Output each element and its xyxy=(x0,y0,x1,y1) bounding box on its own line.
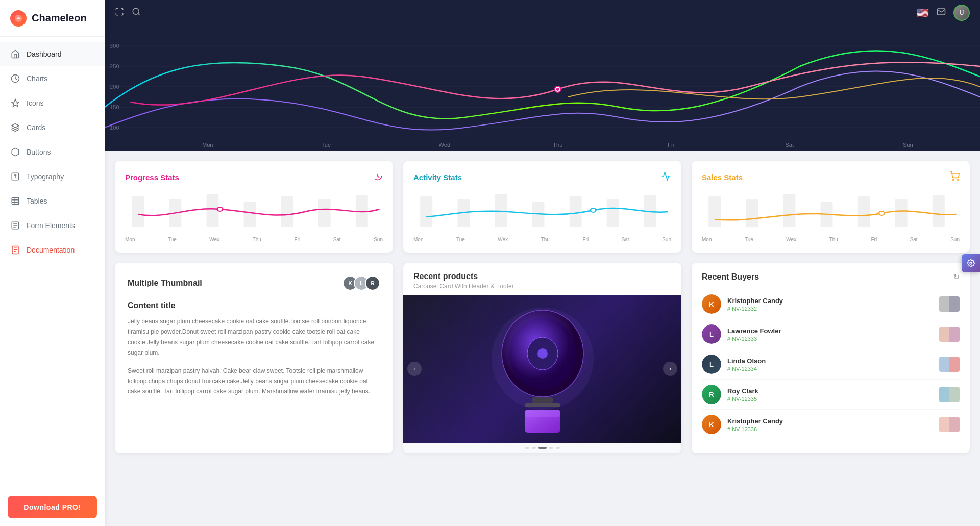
svg-point-58 xyxy=(537,348,548,359)
sidebar-item-typography[interactable]: Typography xyxy=(0,164,105,189)
sidebar-label-charts: Charts xyxy=(27,74,47,83)
progress-days: Mon Tue Wex Thu Fri Sat Sun xyxy=(125,237,383,242)
recent-buyers-card: Recent Buyers ↻ K Kristopher Candy #INV-… xyxy=(692,263,970,453)
svg-rect-59 xyxy=(532,397,553,403)
buyer-info-3: Linda Olson #INV-12334 xyxy=(727,357,939,372)
buyer-thumb-1 xyxy=(939,296,960,312)
app-name: Chameleon xyxy=(32,12,87,24)
refresh-icon[interactable]: ↻ xyxy=(953,272,960,282)
svg-text:Thu: Thu xyxy=(553,142,562,148)
sidebar-item-icons[interactable]: Icons xyxy=(0,91,105,115)
home-icon xyxy=(10,49,20,59)
sidebar-item-cards[interactable]: Cards xyxy=(0,115,105,140)
content-area: 300 250 200 150 100 Mon Tue Wed Thu Fri … xyxy=(105,26,980,526)
mail-icon[interactable] xyxy=(937,7,946,18)
user-avatar[interactable]: U xyxy=(953,5,970,21)
buyer-avatar-3: L xyxy=(702,355,721,374)
sidebar-item-tables[interactable]: Tables xyxy=(0,189,105,213)
form-icon xyxy=(10,220,20,231)
sales-days: Mon Tue Wex Thu Fri Sat Sun xyxy=(702,237,960,242)
buyer-avatar-4: R xyxy=(702,385,721,404)
buyer-name-3: Linda Olson xyxy=(727,357,939,365)
expand-icon[interactable] xyxy=(115,7,124,18)
sidebar: Chameleon Dashboard Charts xyxy=(0,0,105,526)
carousel-prev-button[interactable]: ‹ xyxy=(407,362,422,376)
sidebar-label-buttons: Buttons xyxy=(27,148,51,156)
sidebar-item-form-elements[interactable]: Form Elements xyxy=(0,213,105,238)
buyer-thumb-4 xyxy=(939,387,960,402)
svg-rect-41 xyxy=(607,199,619,227)
download-pro-button[interactable]: Download PRO! xyxy=(8,496,97,518)
bottom-grid: Multiple Thumbnail K L R Content title xyxy=(105,263,980,463)
svg-rect-33 xyxy=(318,199,331,227)
svg-text:300: 300 xyxy=(110,43,119,49)
activity-chart xyxy=(413,189,671,235)
svg-point-43 xyxy=(591,208,596,212)
sidebar-item-documentation[interactable]: Documentation xyxy=(0,238,105,262)
type-icon xyxy=(10,171,20,182)
carousel-dot-5[interactable] xyxy=(556,447,560,449)
sidebar-label-tables: Tables xyxy=(27,197,47,205)
carousel-next-button[interactable]: › xyxy=(663,362,677,376)
svg-rect-48 xyxy=(783,194,795,227)
flag-icon[interactable]: 🇺🇸 xyxy=(916,7,929,19)
buyer-thumb-3 xyxy=(939,357,960,372)
svg-rect-51 xyxy=(895,199,908,227)
sales-stats-header: Sales Stats xyxy=(702,171,960,184)
buyer-name-2: Lawrence Fowler xyxy=(727,327,939,335)
activity-stats-card: Activity Stats xyxy=(403,161,681,253)
sidebar-item-charts[interactable]: Charts xyxy=(0,66,105,91)
carousel-dot-4[interactable] xyxy=(549,447,553,449)
products-header: Recent products Carousel Card With Heade… xyxy=(403,263,681,295)
activity-stats-icon xyxy=(661,171,671,184)
svg-text:Fri: Fri xyxy=(668,142,674,148)
content-title: Content title xyxy=(128,301,380,310)
svg-rect-31 xyxy=(244,202,256,227)
products-subtitle: Carousel Card With Header & Footer xyxy=(413,283,671,290)
buyer-avatar-5: K xyxy=(702,415,721,434)
carousel-dot-2[interactable] xyxy=(532,447,536,449)
svg-point-53 xyxy=(879,211,885,215)
hero-chart: 300 250 200 150 100 Mon Tue Wed Thu Fri … xyxy=(105,26,980,151)
buyer-row-3: L Linda Olson #INV-12334 xyxy=(702,349,960,380)
buyer-inv-1: #INV-12332 xyxy=(727,306,939,312)
sidebar-label-form: Form Elements xyxy=(27,221,75,230)
buyers-title: Recent Buyers xyxy=(702,272,759,282)
main-content: 🇺🇸 U 300 250 200 xyxy=(105,0,980,526)
buyer-thumb-2 xyxy=(939,327,960,342)
progress-stats-card: Progress Stats xyxy=(115,161,393,253)
carousel-container: ‹ › xyxy=(403,295,681,443)
sidebar-bottom: Download PRO! xyxy=(0,488,105,526)
header: 🇺🇸 U xyxy=(105,0,980,26)
stats-grid: Progress Stats xyxy=(105,151,980,263)
sidebar-logo: Chameleon xyxy=(0,0,105,37)
table-icon xyxy=(10,196,20,206)
thumbnail-card: Multiple Thumbnail K L R Content title xyxy=(115,263,393,453)
activity-days: Mon Tue Wex Thu Fri Sat Sun xyxy=(413,237,671,242)
svg-point-26 xyxy=(556,88,559,91)
buyer-inv-5: #INV-12336 xyxy=(727,426,939,432)
svg-rect-46 xyxy=(708,196,721,227)
svg-rect-36 xyxy=(420,196,432,227)
svg-text:200: 200 xyxy=(110,84,119,90)
svg-point-63 xyxy=(970,262,972,264)
header-right: 🇺🇸 U xyxy=(916,5,970,21)
carousel-dot-1[interactable] xyxy=(525,447,529,449)
sidebar-item-dashboard[interactable]: Dashboard xyxy=(0,42,105,66)
svg-rect-60 xyxy=(525,403,560,407)
settings-fab[interactable] xyxy=(962,254,980,272)
svg-point-7 xyxy=(133,8,139,14)
carousel-image xyxy=(403,295,681,443)
recent-products-card: Recent products Carousel Card With Heade… xyxy=(403,263,681,453)
sidebar-item-buttons[interactable]: Buttons xyxy=(0,140,105,164)
buyer-thumb-5 xyxy=(939,417,960,432)
thumbnail-title: Multiple Thumbnail xyxy=(128,279,202,288)
svg-text:250: 250 xyxy=(110,63,119,69)
carousel-dot-3[interactable] xyxy=(538,447,547,449)
svg-rect-40 xyxy=(570,196,582,227)
svg-point-44 xyxy=(953,180,954,181)
progress-stats-icon xyxy=(373,171,383,184)
buyer-row-2: L Lawrence Fowler #INV-12333 xyxy=(702,319,960,349)
buyer-inv-2: #INV-12333 xyxy=(727,336,939,342)
search-icon[interactable] xyxy=(132,7,141,18)
